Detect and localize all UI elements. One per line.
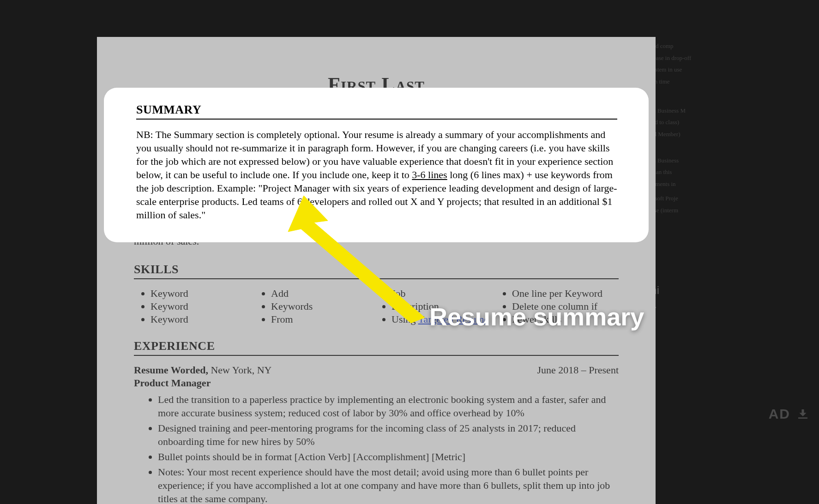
list-item: Bullet points should be in format [Actio…	[158, 450, 619, 463]
contact-linkedin: linkedin.com/in/username	[487, 101, 588, 112]
job-company: Resume Worded,	[134, 364, 208, 376]
contact-location: Bay Area, California	[164, 101, 245, 112]
skills-heading: SKILLS	[134, 263, 619, 279]
experience-heading: EXPERIENCE	[134, 339, 619, 356]
skills-col-2: Add Keywords From	[257, 288, 378, 326]
skills-col-3: Job Description Using Targeted Resume	[378, 288, 498, 326]
list-item: Keyword	[151, 300, 257, 312]
contact-email: professionalemail@resumeworded.com	[325, 101, 479, 112]
list-item: Job	[391, 288, 498, 300]
job-location: New York, NY	[211, 364, 271, 376]
resume-name: First Last	[134, 73, 619, 96]
targeted-resume-link[interactable]: Targeted Resume	[418, 313, 489, 325]
download-button[interactable]: AD	[769, 406, 810, 422]
job-bullets: Led the transition to a paperless practi…	[134, 393, 619, 504]
list-item: Description	[391, 300, 498, 312]
list-item: Using Targeted Resume	[391, 313, 498, 325]
list-item: Designed training and peer-mentoring pro…	[158, 421, 619, 448]
resume-page: First Last Bay Area, California • +1-234…	[97, 37, 656, 504]
download-icon	[796, 407, 810, 421]
contact-phone: +1-234-456-789	[253, 101, 317, 112]
job-header-row: Resume Worded, New York, NY June 2018 – …	[134, 364, 619, 376]
download-label: AD	[769, 406, 790, 422]
list-item: Led the transition to a paperless practi…	[158, 393, 619, 420]
skills-col-1: Keyword Keyword Keyword	[137, 288, 257, 326]
list-item: From	[271, 313, 378, 325]
resume-contact-line: Bay Area, California • +1-234-456-789 • …	[134, 101, 619, 113]
skills-col-4: One line per Keyword Delete one column i…	[498, 288, 619, 326]
skills-grid: Keyword Keyword Keyword Add Keywords Fro…	[134, 288, 619, 326]
list-item: Fewer skills	[512, 313, 619, 325]
list-item: Keyword	[151, 313, 257, 325]
list-item: Keywords	[271, 300, 378, 312]
job-title: Product Manager	[134, 377, 619, 389]
list-item: One line per Keyword	[512, 288, 619, 300]
list-item: Notes: Your most recent experience shoul…	[158, 465, 619, 504]
summary-heading: SUMMARY	[134, 129, 619, 146]
summary-body: NB: The Summary section is completely op…	[134, 154, 619, 248]
list-item: Delete one column if	[512, 300, 619, 312]
job-dates: June 2018 – Present	[537, 364, 619, 376]
list-item: Add	[271, 288, 378, 300]
list-item: Keyword	[151, 288, 257, 300]
